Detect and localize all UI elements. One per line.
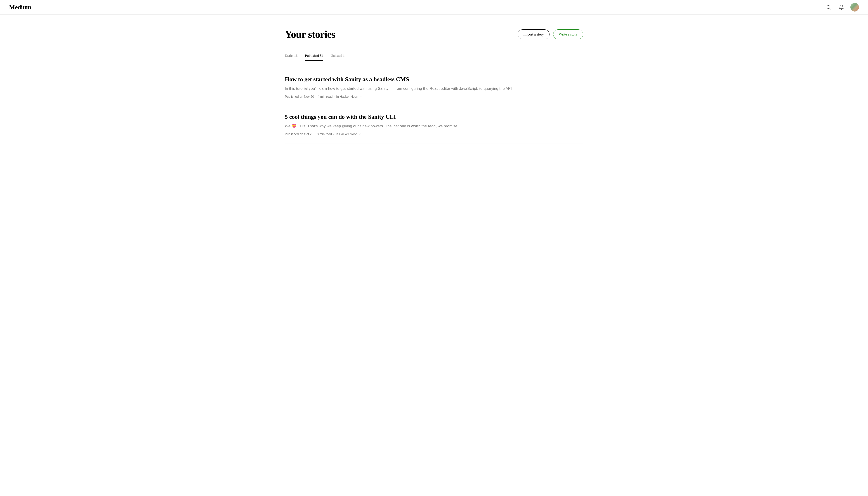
story-publication[interactable]: In Hacker Noon [335, 132, 361, 136]
tab-published[interactable]: Published 54 [305, 51, 323, 61]
story-publication-name: In Hacker Noon [336, 95, 358, 98]
story-meta: Published on Nov 20 · 4 min read · In Ha… [285, 95, 583, 98]
avatar-image [850, 3, 859, 12]
story-read-time: 3 min read [317, 132, 332, 136]
story-title[interactable]: 5 cool things you can do with the Sanity… [285, 113, 583, 121]
svg-point-0 [827, 5, 830, 9]
search-icon [826, 4, 831, 10]
story-date: Published on Nov 20 [285, 95, 314, 98]
header-right-actions [825, 3, 859, 12]
import-story-button[interactable]: Import a story [518, 29, 549, 40]
story-publication-name: In Hacker Noon [335, 132, 357, 136]
avatar[interactable] [850, 3, 859, 12]
story-title[interactable]: How to get started with Sanity as a head… [285, 76, 583, 83]
meta-separator-1: · [315, 132, 316, 136]
header-actions: Import a story Write a story [518, 29, 583, 40]
story-read-time: 4 min read [318, 95, 333, 98]
main-content: Your stories Import a story Write a stor… [276, 15, 592, 152]
meta-separator-2: · [334, 95, 335, 98]
meta-separator-2: · [333, 132, 334, 136]
story-meta: Published on Oct 28 · 3 min read · In Ha… [285, 132, 583, 136]
story-excerpt: We 💝 CLIs! That's why we keep giving our… [285, 123, 583, 129]
notifications-button[interactable] [838, 4, 845, 11]
story-item: 5 cool things you can do with the Sanity… [285, 106, 583, 143]
bell-icon [839, 4, 844, 10]
page-header: Your stories Import a story Write a stor… [285, 28, 583, 40]
medium-logo[interactable]: Medium [9, 4, 31, 11]
chevron-down-icon [359, 95, 362, 98]
story-publication[interactable]: In Hacker Noon [336, 95, 362, 98]
story-item: How to get started with Sanity as a head… [285, 68, 583, 106]
story-list: How to get started with Sanity as a head… [285, 68, 583, 143]
tab-unlisted[interactable]: Unlisted 1 [331, 51, 344, 61]
site-header: Medium [0, 0, 868, 15]
page-title: Your stories [285, 28, 335, 40]
svg-line-1 [830, 9, 831, 10]
story-tabs: Drafts 16Published 54Unlisted 1 [285, 51, 583, 61]
meta-separator-1: · [315, 95, 316, 98]
tab-drafts[interactable]: Drafts 16 [285, 51, 298, 61]
write-story-button[interactable]: Write a story [553, 29, 583, 40]
story-excerpt: In this tutorial you'll learn how to get… [285, 86, 583, 92]
search-button[interactable] [825, 4, 832, 11]
story-date: Published on Oct 28 [285, 132, 313, 136]
chevron-down-icon [358, 133, 361, 136]
